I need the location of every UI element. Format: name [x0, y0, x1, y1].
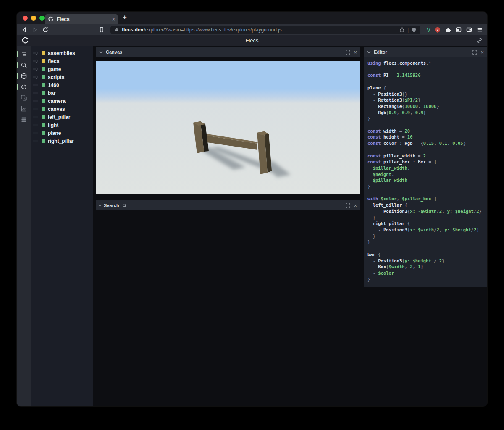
- code-line: const height = 10: [368, 134, 483, 140]
- tree-guide-line: [33, 115, 39, 119]
- tree-item-left_pillar[interactable]: left_pillar: [31, 113, 93, 121]
- forward-icon[interactable]: [32, 26, 38, 33]
- entity-color-square: [42, 131, 45, 135]
- tree-item-game[interactable]: game: [31, 65, 93, 73]
- code-line: with $color, $pillar_box {: [368, 196, 483, 202]
- editor-panel-header: Editor ×: [364, 47, 487, 57]
- entity-tree: assembliesflecsgamescripts1460barcamerac…: [31, 46, 93, 406]
- link-icon[interactable]: [476, 37, 483, 44]
- entity-label: assemblies: [48, 50, 75, 56]
- tree-item-bar[interactable]: bar: [31, 89, 93, 97]
- expand-arrow-icon[interactable]: [33, 75, 39, 79]
- rail-item-inspect[interactable]: [17, 92, 31, 103]
- tree-guide-line: [33, 99, 39, 103]
- code-line: const pillar_width = 2: [368, 153, 483, 159]
- url-path: /explorer/?wasm=https://www.flecs.dev/ex…: [144, 27, 396, 33]
- tree-guide-line: [33, 131, 39, 135]
- tab-close-icon[interactable]: ×: [112, 16, 115, 22]
- chevron-down-icon[interactable]: [367, 51, 371, 54]
- canvas-panel-header: Canvas ×: [96, 47, 360, 57]
- entity-label: canvas: [48, 106, 65, 112]
- close-panel-icon[interactable]: ×: [480, 50, 484, 55]
- code-line: using flecs.components.*: [368, 60, 483, 66]
- back-icon[interactable]: [21, 26, 28, 33]
- tab-strip: Flecs × +: [17, 12, 487, 24]
- entity-color-square: [42, 139, 45, 143]
- chevron-down-icon[interactable]: [99, 51, 103, 54]
- code-line: - Position3{y: $height / 2}: [368, 258, 483, 264]
- magnifier-icon: [122, 203, 127, 208]
- code-line: [368, 66, 483, 73]
- browser-toolbar: flecs.dev /explorer/?wasm=https://www.fl…: [17, 24, 487, 35]
- window-controls: [23, 16, 45, 21]
- minimize-window-button[interactable]: [31, 16, 36, 21]
- active-indicator: [17, 62, 18, 68]
- collapsed-bullet-icon[interactable]: [99, 205, 101, 206]
- entity-color-square: [42, 51, 45, 55]
- close-window-button[interactable]: [23, 16, 28, 21]
- tree-item-1460[interactable]: 1460: [31, 81, 93, 89]
- url-bar[interactable]: flecs.dev /explorer/?wasm=https://www.fl…: [110, 26, 420, 34]
- expand-arrow-icon[interactable]: [33, 51, 39, 55]
- entity-color-square: [42, 59, 45, 63]
- browser-tab[interactable]: Flecs ×: [45, 14, 118, 24]
- entity-color-square: [42, 91, 45, 95]
- adblock-extension-icon[interactable]: [434, 26, 441, 33]
- tree-item-flecs[interactable]: flecs: [31, 57, 93, 65]
- tree-item-assemblies[interactable]: assemblies: [31, 49, 93, 57]
- search-panel-header: Search ×: [96, 200, 360, 210]
- code-line: - $color: [368, 270, 483, 276]
- vue-devtools-icon[interactable]: V: [427, 27, 430, 33]
- rail-item-rows[interactable]: [17, 114, 31, 125]
- tree-item-plane[interactable]: plane: [31, 129, 93, 137]
- editor-column: Editor × using flecs.components.* const …: [364, 47, 487, 287]
- menu-icon[interactable]: [476, 26, 483, 33]
- tree-item-canvas[interactable]: canvas: [31, 105, 93, 113]
- rail-item-cube[interactable]: [17, 71, 31, 81]
- browser-window: Flecs × + flecs.dev /explorer/?wasm=http…: [17, 12, 487, 406]
- 3d-viewport[interactable]: [96, 61, 360, 194]
- entity-color-square: [42, 107, 45, 111]
- fullscreen-icon[interactable]: [346, 203, 350, 208]
- expand-arrow-icon[interactable]: [33, 67, 39, 71]
- entity-label: scripts: [48, 74, 64, 80]
- extensions-puzzle-icon[interactable]: [445, 26, 452, 33]
- search-icon: [21, 62, 27, 68]
- sidebar-icon[interactable]: [455, 26, 462, 33]
- flecs-logo-icon[interactable]: [21, 37, 29, 45]
- new-tab-button[interactable]: +: [123, 13, 127, 21]
- tree-item-light[interactable]: light: [31, 121, 93, 129]
- code-editor[interactable]: using flecs.components.* const PI = 3.14…: [364, 57, 487, 287]
- wallet-icon[interactable]: [466, 26, 472, 33]
- code-line: }: [368, 233, 483, 239]
- code-icon: [21, 84, 27, 90]
- code-line: }: [368, 239, 483, 245]
- shield-icon[interactable]: [411, 27, 417, 33]
- rail-item-search[interactable]: [17, 60, 31, 71]
- rail-item-code[interactable]: [17, 81, 31, 92]
- tree-item-camera[interactable]: camera: [31, 97, 93, 105]
- url-divider: |: [407, 27, 409, 33]
- tree-item-scripts[interactable]: scripts: [31, 73, 93, 81]
- code-line: - Position3{x: -$width/2, y: $height/2}: [368, 208, 483, 215]
- entity-color-square: [42, 75, 45, 79]
- entity-color-square: [42, 99, 45, 103]
- code-line: [368, 147, 483, 153]
- expand-arrow-icon[interactable]: [33, 59, 39, 63]
- bookmark-icon[interactable]: [98, 26, 105, 33]
- code-line: [368, 122, 483, 128]
- zoom-window-button[interactable]: [39, 16, 45, 21]
- reload-icon[interactable]: [42, 26, 49, 33]
- code-line: const color : Rgb = {0.15, 0.1, 0.05}: [368, 140, 483, 147]
- rail-item-chart[interactable]: [17, 103, 31, 114]
- fullscreen-icon[interactable]: [472, 50, 477, 55]
- close-panel-icon[interactable]: ×: [354, 50, 357, 55]
- rail-item-tree-outline[interactable]: [17, 49, 31, 60]
- share-icon[interactable]: [399, 27, 405, 33]
- close-panel-icon[interactable]: ×: [354, 203, 357, 208]
- code-line: }: [368, 184, 483, 190]
- fullscreen-icon[interactable]: [346, 50, 350, 55]
- rows-icon: [21, 116, 27, 123]
- tree-item-right_pillar[interactable]: right_pillar: [31, 137, 93, 145]
- canvas-column: Canvas ×: [96, 47, 360, 210]
